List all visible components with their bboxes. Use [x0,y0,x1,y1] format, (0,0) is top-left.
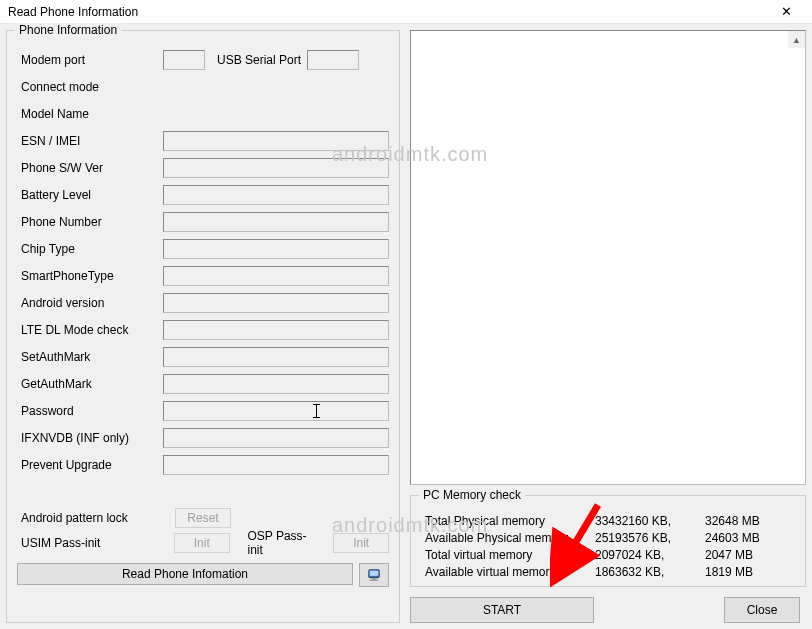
field-chip-type [163,239,389,259]
content-area: Phone Information Modem port USB Serial … [0,24,812,629]
pc-memory-group: PC Memory check Total Physical memory 33… [410,495,806,587]
field-prevent-upgrade [163,455,389,475]
label-esn-imei: ESN / IMEI [17,134,163,148]
close-button[interactable]: Close [724,597,800,623]
label-usim: USIM Pass-init [17,536,174,550]
label-get-auth: GetAuthMark [17,377,163,391]
row-get-auth: GetAuthMark [17,371,389,396]
label-ifxnvdb: IFXNVDB (INF only) [17,431,163,445]
field-lte-dl [163,320,389,340]
row-lte-dl: LTE DL Mode check [17,317,389,342]
row-modem-port: Modem port USB Serial Port [17,47,389,72]
mem-avail-virt-kb: 1863632 KB, [595,565,705,579]
field-ifxnvdb [163,428,389,448]
mem-total-phys-kb: 33432160 KB, [595,514,705,528]
mem-avail-virt-mb: 1819 MB [705,565,783,579]
log-textarea[interactable]: ▲ [410,30,806,485]
svg-rect-1 [370,571,379,576]
label-connect-mode: Connect mode [17,80,163,94]
label-osp: OSP Pass-init [247,529,321,557]
mem-avail-virt: Available virtual memory 1863632 KB, 181… [425,563,791,580]
reset-button[interactable]: Reset [175,508,231,528]
row-phone-sw: Phone S/W Ver [17,155,389,180]
scroll-up-icon[interactable]: ▲ [788,31,805,48]
field-modem-port [163,50,205,70]
read-phone-info-button[interactable]: Read Phone Infomation [17,563,353,585]
osp-init-button[interactable]: Init [333,533,389,553]
label-prevent-upgrade: Prevent Upgrade [17,458,163,472]
label-pattern-lock: Android pattern lock [17,511,175,525]
mem-total-virt-label: Total virtual memory [425,548,595,562]
field-battery [163,185,389,205]
titlebar: Read Phone Information ✕ [0,0,812,24]
row-esn-imei: ESN / IMEI [17,128,389,153]
label-set-auth: SetAuthMark [17,350,163,364]
row-phone-number: Phone Number [17,209,389,234]
label-chip-type: Chip Type [17,242,163,256]
window-title: Read Phone Information [8,5,764,19]
label-android-version: Android version [17,296,163,310]
start-button[interactable]: START [410,597,594,623]
row-smartphone-type: SmartPhoneType [17,263,389,288]
mem-total-phys-mb: 32648 MB [705,514,783,528]
field-usb-serial [307,50,359,70]
label-modem-port: Modem port [17,53,163,67]
row-prevent-upgrade: Prevent Upgrade [17,452,389,477]
mem-total-virt: Total virtual memory 2097024 KB, 2047 MB [425,546,791,563]
mem-avail-phys-label: Available Physical memory [425,531,595,545]
label-model-name: Model Name [17,107,163,121]
field-smartphone-type [163,266,389,286]
computer-icon-button[interactable] [359,563,389,587]
label-smartphone-type: SmartPhoneType [17,269,163,283]
mem-avail-phys-mb: 24603 MB [705,531,783,545]
field-phone-sw [163,158,389,178]
usim-init-button[interactable]: Init [174,533,230,553]
row-set-auth: SetAuthMark [17,344,389,369]
label-phone-number: Phone Number [17,215,163,229]
phone-info-group: Phone Information Modem port USB Serial … [6,30,400,623]
field-phone-number [163,212,389,232]
group-legend: Phone Information [15,23,121,37]
row-connect-mode: Connect mode [17,74,389,99]
mem-total-phys-label: Total Physical memory [425,514,595,528]
label-phone-sw: Phone S/W Ver [17,161,163,175]
computer-icon [367,568,381,582]
field-android-version [163,293,389,313]
row-usim-osp: USIM Pass-init Init OSP Pass-init Init [17,530,389,555]
svg-rect-3 [370,580,379,581]
field-set-auth [163,347,389,367]
row-chip-type: Chip Type [17,236,389,261]
mem-total-virt-mb: 2047 MB [705,548,783,562]
field-esn-imei [163,131,389,151]
row-pattern-lock: Android pattern lock Reset [17,505,389,530]
label-battery: Battery Level [17,188,163,202]
field-password[interactable] [163,401,389,421]
row-battery: Battery Level [17,182,389,207]
mem-total-phys: Total Physical memory 33432160 KB, 32648… [425,512,791,529]
label-lte-dl: LTE DL Mode check [17,323,163,337]
mem-avail-phys: Available Physical memory 25193576 KB, 2… [425,529,791,546]
row-model-name: Model Name [17,101,389,126]
mem-total-virt-kb: 2097024 KB, [595,548,705,562]
mem-legend: PC Memory check [419,488,525,502]
svg-rect-2 [371,579,376,580]
label-usb-serial: USB Serial Port [217,53,301,67]
row-password: Password [17,398,389,423]
field-get-auth [163,374,389,394]
mem-avail-virt-label: Available virtual memory [425,565,595,579]
mem-avail-phys-kb: 25193576 KB, [595,531,705,545]
label-password: Password [17,404,163,418]
row-android-version: Android version [17,290,389,315]
close-icon[interactable]: ✕ [764,0,808,24]
row-ifxnvdb: IFXNVDB (INF only) [17,425,389,450]
